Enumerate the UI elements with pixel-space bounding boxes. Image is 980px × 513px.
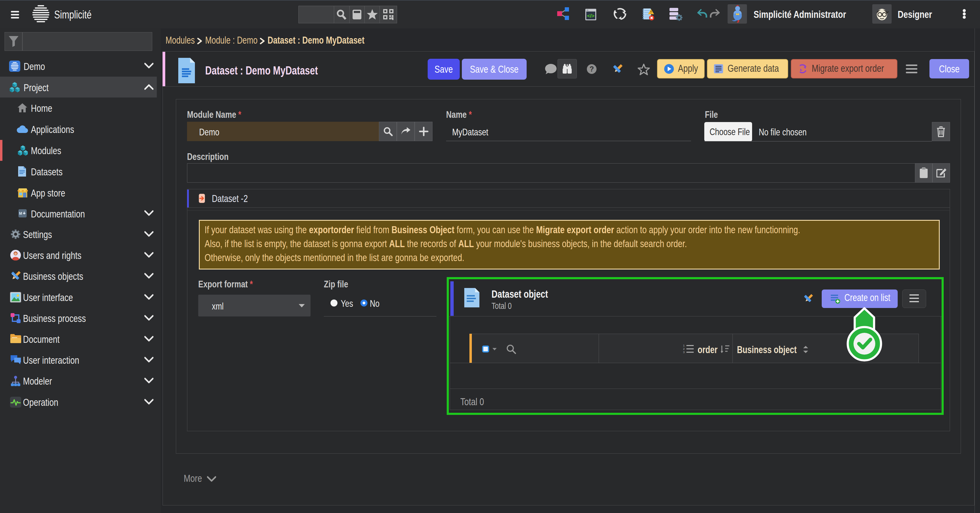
svg-text:?: ? xyxy=(590,65,594,73)
svg-text:</>: </> xyxy=(587,13,595,19)
svg-text:1: 1 xyxy=(683,344,685,347)
svg-text:M: M xyxy=(19,211,22,216)
svg-text:3: 3 xyxy=(683,350,685,354)
svg-text:2: 2 xyxy=(683,347,685,350)
